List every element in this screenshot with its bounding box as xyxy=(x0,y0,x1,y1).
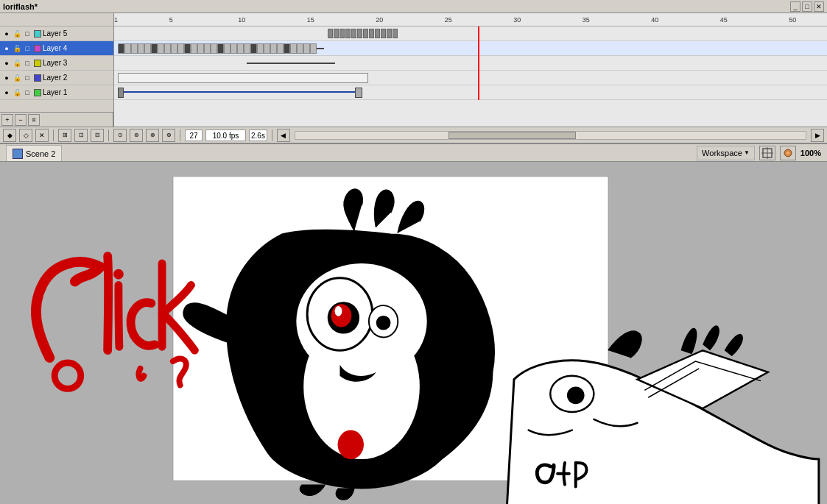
scroll-left-button[interactable]: ◀ xyxy=(277,129,290,142)
frames-area[interactable] xyxy=(114,26,827,127)
layer-outline-icon-3[interactable]: □ xyxy=(22,60,32,67)
svg-point-14 xyxy=(335,306,342,316)
ruler-tick-40: 40 xyxy=(651,16,658,24)
snap-icon-1 xyxy=(761,147,773,159)
svg-point-19 xyxy=(567,386,585,404)
ruler-tick-5: 5 xyxy=(169,16,173,24)
ruler-tick-45: 45 xyxy=(720,16,728,24)
frames-row-4[interactable] xyxy=(114,41,827,56)
add-motion-tween-button[interactable]: ⊞ xyxy=(58,129,71,142)
layer-lock-icon-1[interactable]: 🔓 xyxy=(12,89,22,96)
frames-row-5[interactable] xyxy=(114,26,827,41)
layer-color-5 xyxy=(34,30,41,38)
layer-visibility-icon-5[interactable]: ● xyxy=(1,30,12,38)
time-display: 2.6s xyxy=(249,129,267,141)
layer-lock-icon-3[interactable]: 🔓 xyxy=(12,60,22,67)
edit-multiple-frames-button[interactable]: ⊗ xyxy=(146,129,159,142)
layer-row-4[interactable]: ● 🔓 □ Layer 4 xyxy=(0,41,113,56)
add-shape-tween-button[interactable]: ⊡ xyxy=(74,129,88,142)
timeline-ruler: 1510152025303540455055606570758085909510… xyxy=(0,13,827,26)
add-layer-button[interactable]: + xyxy=(1,114,13,126)
toolbar-separator-2 xyxy=(108,129,109,141)
snap-icon-2 xyxy=(782,147,794,159)
main-content: ◀ ▶ xyxy=(0,162,827,504)
svg-point-17 xyxy=(338,430,364,459)
scene-bar: Scene 2 Workspace ▼ 100% xyxy=(0,144,827,162)
layers-container: ● 🔓 □ Layer 5 ● 🔓 □ Layer 4 ● 🔓 □ Layer … xyxy=(0,26,827,127)
ruler-numbers: 1510152025303540455055606570758085909510… xyxy=(114,13,827,26)
close-button[interactable]: ✕ xyxy=(814,1,824,12)
scene-icon xyxy=(13,149,23,159)
ruler-tick-15: 15 xyxy=(307,16,314,24)
layer-visibility-icon-3[interactable]: ● xyxy=(1,60,12,67)
fps-display: 10.0 fps xyxy=(205,129,246,141)
layer-visibility-icon-2[interactable]: ● xyxy=(1,74,12,82)
onion-skin-button[interactable]: ⊙ xyxy=(113,129,127,142)
frames-row-2[interactable] xyxy=(114,71,827,85)
layer-lock-icon-5[interactable]: 🔓 xyxy=(12,30,22,38)
layer-color-2 xyxy=(34,74,41,82)
delete-layer-button[interactable]: − xyxy=(15,114,27,126)
layer-lock-icon-2[interactable]: 🔓 xyxy=(12,74,22,82)
layer-name-3: Layer 3 xyxy=(43,59,112,67)
workspace-button[interactable]: Workspace ▼ xyxy=(697,146,755,160)
ruler-tick-20: 20 xyxy=(376,16,383,24)
new-blank-keyframe-button[interactable]: ◇ xyxy=(19,129,32,142)
layer-outline-icon-4[interactable]: □ xyxy=(22,45,32,52)
layer-lock-icon-4[interactable]: 🔓 xyxy=(12,45,22,52)
current-frame-display: 27 xyxy=(185,129,203,141)
layer-outline-icon-2[interactable]: □ xyxy=(22,74,32,82)
onion-outlines-button[interactable]: ⊚ xyxy=(130,129,143,142)
frames-row-1[interactable] xyxy=(114,85,827,100)
ruler-tick-50: 50 xyxy=(789,16,796,24)
timeline-scrollbar-track[interactable] xyxy=(295,131,806,140)
layer-name-2: Layer 2 xyxy=(43,74,112,82)
svg-point-4 xyxy=(786,152,789,155)
delete-frame-button[interactable]: ✕ xyxy=(35,129,49,142)
layer-visibility-icon-4[interactable]: ● xyxy=(1,45,12,52)
maximize-button[interactable]: □ xyxy=(802,1,812,12)
svg-point-16 xyxy=(376,316,391,330)
scroll-right-button[interactable]: ▶ xyxy=(811,129,824,142)
snap-button-2[interactable] xyxy=(780,146,796,160)
layer-name-1: Layer 1 xyxy=(43,88,112,96)
new-keyframe-button[interactable]: ◆ xyxy=(3,129,16,142)
layers-panel: ● 🔓 □ Layer 5 ● 🔓 □ Layer 4 ● 🔓 □ Layer … xyxy=(0,26,114,127)
layer-outline-icon-1[interactable]: □ xyxy=(22,89,32,96)
app-title: loriflash* xyxy=(3,2,38,11)
layer-row-3[interactable]: ● 🔓 □ Layer 3 xyxy=(0,56,113,71)
toolbar-separator-4 xyxy=(272,129,272,141)
layer-visibility-icon-1[interactable]: ● xyxy=(1,89,12,96)
scene-bar-right: Workspace ▼ 100% xyxy=(697,146,821,160)
svg-point-7 xyxy=(113,269,124,280)
workspace-dropdown-icon: ▼ xyxy=(744,149,750,156)
ruler-tick-25: 25 xyxy=(445,16,452,24)
layer-name-5: Layer 5 xyxy=(43,29,112,38)
ruler-tick-35: 35 xyxy=(583,16,590,24)
frames-row-3[interactable] xyxy=(114,56,827,71)
canvas-illustration xyxy=(0,162,827,504)
layer-row-1[interactable]: ● 🔓 □ Layer 1 xyxy=(0,85,113,100)
scene-tab[interactable]: Scene 2 xyxy=(6,145,62,161)
layer-color-1 xyxy=(34,89,41,96)
ruler-left-spacer xyxy=(0,13,114,26)
stage-wrapper[interactable] xyxy=(0,162,827,504)
layer-row-2[interactable]: ● 🔓 □ Layer 2 xyxy=(0,71,113,85)
onion-skin-options-button[interactable]: ⊕ xyxy=(162,129,175,142)
layer-buttons-bar: + − ≡ xyxy=(0,112,113,127)
timeline-panel: 1510152025303540455055606570758085909510… xyxy=(0,13,827,144)
layers-list: ● 🔓 □ Layer 5 ● 🔓 □ Layer 4 ● 🔓 □ Layer … xyxy=(0,26,114,112)
snap-button-1[interactable] xyxy=(759,146,775,160)
ruler-tick-1: 1 xyxy=(114,16,118,24)
layer-name-4: Layer 4 xyxy=(43,44,112,52)
layer-row-5[interactable]: ● 🔓 □ Layer 5 xyxy=(0,26,113,41)
minimize-button[interactable]: _ xyxy=(790,1,800,12)
add-classic-tween-button[interactable]: ⊟ xyxy=(91,129,104,142)
ruler-tick-10: 10 xyxy=(238,16,245,24)
timeline-scrollbar-thumb[interactable] xyxy=(448,132,576,139)
layer-color-3 xyxy=(34,60,41,67)
scene-name: Scene 2 xyxy=(26,149,55,158)
layer-options-button[interactable]: ≡ xyxy=(28,114,40,126)
zoom-level: 100% xyxy=(800,149,821,157)
layer-outline-icon-5[interactable]: □ xyxy=(22,30,32,38)
